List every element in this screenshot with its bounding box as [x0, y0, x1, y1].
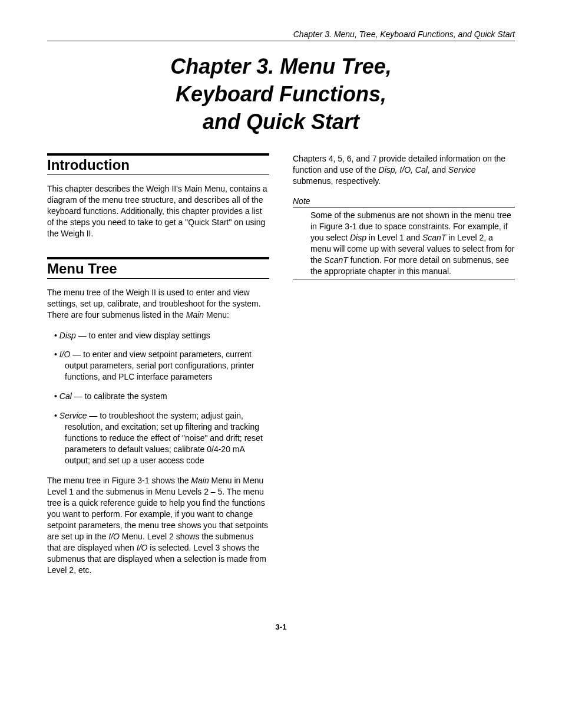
left-column: Introduction This chapter describes the … — [47, 153, 269, 593]
right-column: Chapters 4, 5, 6, and 7 provide detailed… — [293, 153, 515, 593]
menu-tree-intro: The menu tree of the Weigh II is used to… — [47, 287, 269, 321]
menu-tree-intro-main: Main — [186, 310, 204, 319]
note-body: Some of the submenus are not shown in th… — [293, 207, 515, 279]
note-scant2: ScanT — [324, 255, 348, 265]
chapter-title: Chapter 3. Menu Tree, Keyboard Functions… — [47, 53, 515, 136]
item-name: I/O — [59, 350, 71, 359]
item-name: Service — [59, 411, 87, 420]
item-name: Cal — [59, 391, 72, 401]
note-label: Note — [293, 196, 515, 206]
figure-para-prefix: The menu tree in Figure 3-1 shows the — [47, 476, 191, 485]
note-p2: in Level 1 and — [366, 233, 422, 242]
item-desc: — to calibrate the system — [72, 391, 167, 401]
figure-para-io2: I/O — [137, 543, 148, 552]
chapters-para-mid: , and — [428, 165, 448, 174]
submenu-list: Disp — to enter and view display setting… — [47, 330, 269, 466]
introduction-body: This chapter describes the Weigh II's Ma… — [47, 183, 269, 239]
page-number: 3-1 — [47, 622, 515, 631]
list-item: Disp — to enter and view display setting… — [54, 330, 269, 341]
introduction-heading: Introduction — [47, 153, 269, 175]
list-item: I/O — to enter and view setpoint paramet… — [54, 349, 269, 383]
item-desc: — to enter and view display settings — [76, 331, 210, 340]
figure-para-io: I/O — [108, 532, 120, 541]
list-item: Cal — to calibrate the system — [54, 391, 269, 402]
chapter-title-line-1: Chapter 3. Menu Tree, — [170, 54, 391, 78]
chapters-para-italic2: Service — [448, 165, 476, 174]
menu-tree-intro-suffix: Menu: — [204, 310, 229, 319]
figure-para-main: Main — [191, 476, 209, 485]
chapters-reference-para: Chapters 4, 5, 6, and 7 provide detailed… — [293, 153, 515, 187]
item-desc: — to enter and view setpoint parameters,… — [65, 350, 254, 381]
chapter-title-line-2: Keyboard Functions, — [176, 82, 386, 106]
menu-tree-figure-para: The menu tree in Figure 3-1 shows the Ma… — [47, 475, 269, 575]
note-scant: ScanT — [422, 233, 446, 242]
introduction-section: Introduction This chapter describes the … — [47, 153, 269, 239]
chapter-title-line-3: and Quick Start — [203, 110, 359, 134]
list-item: Service — to troubleshoot the system; ad… — [54, 410, 269, 466]
note-disp: Disp — [350, 233, 366, 242]
menu-tree-section: Menu Tree The menu tree of the Weigh II … — [47, 257, 269, 576]
content-columns: Introduction This chapter describes the … — [47, 153, 515, 593]
item-desc: — to troubleshoot the system; adjust gai… — [65, 411, 263, 465]
chapters-para-italic: Disp, I/O, Cal — [379, 165, 428, 174]
item-name: Disp — [59, 331, 76, 340]
running-header: Chapter 3. Menu, Tree, Keyboard Function… — [47, 29, 515, 41]
menu-tree-heading: Menu Tree — [47, 257, 269, 279]
chapters-para-suffix: submenus, respectively. — [293, 176, 381, 186]
